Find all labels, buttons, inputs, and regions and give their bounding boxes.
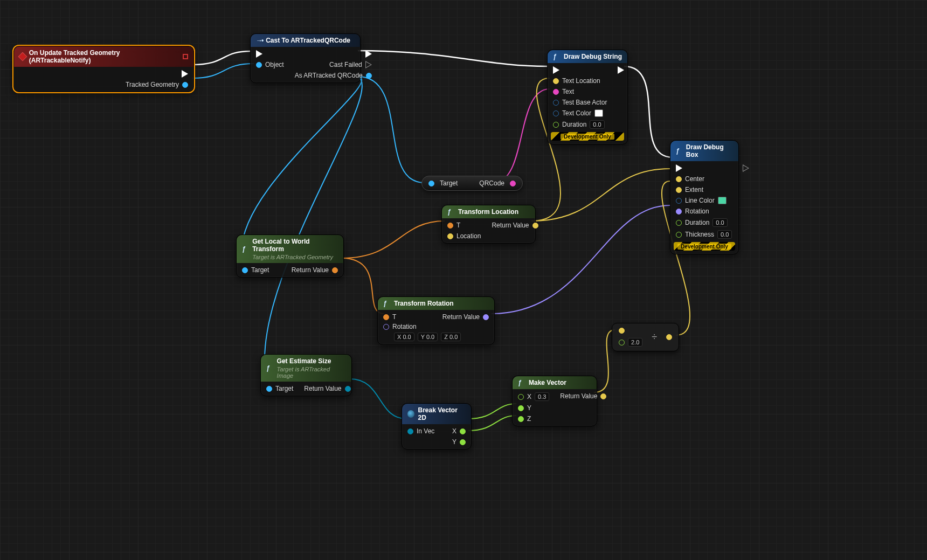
- duration-field[interactable]: 0.0: [590, 120, 604, 129]
- title-text: Transform Rotation: [394, 300, 454, 307]
- node-title: Make Vector: [513, 376, 597, 389]
- invec-pin[interactable]: [407, 428, 413, 434]
- node-get-qrcode[interactable]: Target QRCode: [421, 176, 523, 191]
- qrcode-out-pin[interactable]: [510, 181, 516, 186]
- x-pin[interactable]: [518, 394, 524, 400]
- exec-out-pin[interactable]: [365, 50, 372, 58]
- node-divide[interactable]: 2.0 ÷: [612, 323, 679, 351]
- pin-label: Duration: [685, 219, 709, 226]
- pin-label: T: [392, 313, 396, 321]
- t-pin[interactable]: [447, 223, 453, 229]
- node-transform-location[interactable]: Transform Location T Location Return Val…: [441, 205, 536, 244]
- target-pin[interactable]: [428, 181, 434, 186]
- rot-z-field[interactable]: Z 0.0: [441, 333, 461, 341]
- node-draw-debug-string[interactable]: Draw Debug String Text Location Text Tes…: [547, 50, 628, 144]
- center-pin[interactable]: [676, 176, 682, 182]
- return-value-pin[interactable]: [532, 223, 538, 229]
- node-draw-debug-box[interactable]: Draw Debug Box Center Extent Line Color …: [670, 140, 739, 254]
- thickness-pin[interactable]: [676, 232, 682, 238]
- title-text: Draw Debug String: [564, 53, 622, 60]
- x-value-field[interactable]: 0.3: [535, 392, 549, 401]
- return-value-pin[interactable]: [332, 267, 338, 273]
- node-title: Break Vector 2D: [402, 404, 471, 424]
- rot-y-field[interactable]: Y 0.0: [418, 333, 438, 341]
- z-pin[interactable]: [518, 416, 524, 422]
- node-cast-to-artrackedqrcode[interactable]: Cast To ARTrackedQRCode Object Cast Fail…: [250, 33, 361, 83]
- pin-label: Z: [527, 415, 531, 423]
- t-pin[interactable]: [383, 314, 389, 320]
- pin-label: Return Value: [442, 313, 480, 321]
- title-text: On Update Tracked Geometry (ARTrackableN…: [29, 49, 179, 64]
- rotation-pin[interactable]: [676, 209, 682, 215]
- return-value-pin[interactable]: [345, 386, 351, 392]
- node-title: Draw Debug String: [548, 50, 627, 63]
- pin-label: As ARTracked QRCode: [295, 72, 363, 79]
- a-pin[interactable]: [619, 328, 625, 334]
- node-title: Get Local to World Transform Target is A…: [237, 235, 343, 263]
- rot-x-field[interactable]: X 0.0: [394, 333, 414, 341]
- node-event-on-update-tracked-geometry[interactable]: On Update Tracked Geometry (ARTrackableN…: [13, 46, 194, 92]
- pin-label: Location: [456, 232, 481, 240]
- pin-label: Duration: [562, 121, 586, 128]
- node-transform-rotation[interactable]: Transform Rotation T Return Value Rotati…: [377, 296, 495, 345]
- title-text: Break Vector 2D: [418, 406, 466, 421]
- pin-label: Rotation: [392, 323, 417, 330]
- thickness-field[interactable]: 0.0: [717, 230, 732, 239]
- target-pin[interactable]: [266, 386, 272, 392]
- cast-failed-pin[interactable]: [365, 61, 372, 68]
- b-value-field[interactable]: 2.0: [628, 338, 642, 347]
- pin-label: Text Color: [562, 109, 591, 117]
- node-title: On Update Tracked Geometry (ARTrackableN…: [14, 46, 193, 67]
- duration-pin[interactable]: [553, 122, 559, 128]
- exec-out-pin[interactable]: [618, 66, 624, 74]
- duration-pin[interactable]: [676, 220, 682, 226]
- line-color-pin[interactable]: [676, 198, 682, 204]
- pin-label: Center: [685, 175, 704, 183]
- pin-label: Text: [562, 88, 574, 95]
- node-title: Cast To ARTrackedQRCode: [251, 34, 360, 47]
- text-color-swatch[interactable]: [594, 109, 603, 117]
- tracked-geometry-pin[interactable]: [182, 82, 188, 88]
- test-base-actor-pin[interactable]: [553, 100, 559, 106]
- extent-pin[interactable]: [676, 187, 682, 193]
- y-pin[interactable]: [518, 405, 524, 411]
- target-pin[interactable]: [242, 267, 248, 273]
- exec-in-pin[interactable]: [676, 164, 682, 172]
- b-pin[interactable]: [619, 340, 625, 345]
- rotation-pin[interactable]: [383, 324, 389, 330]
- return-value-pin[interactable]: [600, 393, 606, 399]
- location-pin[interactable]: [447, 233, 453, 239]
- node-get-estimate-size[interactable]: Get Estimate Size Target is ARTracked Im…: [260, 354, 352, 396]
- text-pin[interactable]: [553, 89, 559, 95]
- line-color-swatch[interactable]: [718, 197, 727, 204]
- node-break-vector-2d[interactable]: Break Vector 2D In Vec X Y: [402, 403, 472, 450]
- exec-in-pin[interactable]: [553, 66, 559, 74]
- pin-label: X: [527, 393, 531, 400]
- event-icon: [18, 52, 27, 61]
- duration-field[interactable]: 0.0: [712, 218, 727, 227]
- function-icon: [447, 208, 455, 216]
- title-text: Make Vector: [529, 379, 566, 386]
- x-pin[interactable]: [460, 428, 466, 434]
- function-icon: [676, 147, 683, 155]
- exec-in-pin[interactable]: [256, 50, 262, 58]
- text-location-pin[interactable]: [553, 78, 559, 84]
- pin-label: Cast Failed: [329, 61, 362, 68]
- as-qrcode-pin[interactable]: [366, 73, 372, 79]
- exec-out-pin[interactable]: [743, 164, 749, 172]
- pin-label: Target: [251, 266, 269, 274]
- pin-label: Object: [265, 61, 284, 68]
- subtitle-text: Target is ARTracked Geometry: [252, 254, 338, 260]
- text-color-pin[interactable]: [553, 110, 559, 116]
- node-make-vector[interactable]: Make Vector X0.3 Y Z Return Value: [512, 376, 597, 426]
- exec-out-pin[interactable]: [182, 70, 188, 78]
- node-get-local-to-world-transform[interactable]: Get Local to World Transform Target is A…: [236, 234, 344, 278]
- pin-label: Text Location: [562, 77, 600, 85]
- object-pin[interactable]: [256, 62, 262, 68]
- out-pin[interactable]: [666, 334, 672, 340]
- y-pin[interactable]: [460, 439, 466, 445]
- pin-label: In Vec: [417, 427, 434, 435]
- title-text: Get Local to World Transform: [252, 238, 309, 253]
- pin-label: T: [456, 222, 460, 229]
- return-value-pin[interactable]: [483, 314, 489, 320]
